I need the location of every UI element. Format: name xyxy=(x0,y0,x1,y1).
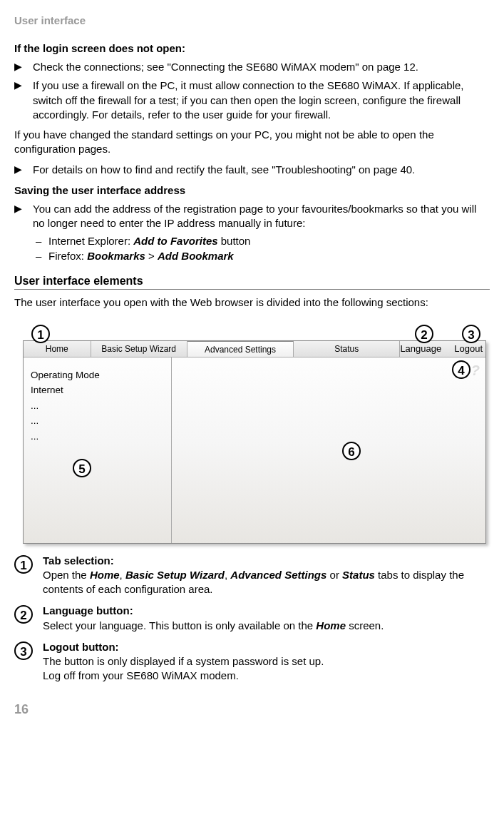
side-item[interactable]: ... xyxy=(31,429,164,445)
side-pane: Operating Mode Internet ... ... ... xyxy=(24,357,172,543)
legend-marker-2: 2 xyxy=(14,605,33,624)
text-span: The button is only displayed if a system… xyxy=(43,655,324,667)
bullet-marker-icon: ▶ xyxy=(14,78,33,122)
dash-marker: – xyxy=(36,250,48,262)
legend-text-2: Language button: Select your language. T… xyxy=(43,604,490,633)
paragraph: The user interface you open with the Web… xyxy=(14,295,490,310)
emphasis: Home xyxy=(90,569,120,581)
bullet-text: If you use a firewall on the PC, it must… xyxy=(33,78,490,122)
side-item-internet[interactable]: Internet xyxy=(31,382,164,398)
language-button[interactable]: Language xyxy=(400,343,441,354)
paragraph: If you have changed the standard setting… xyxy=(14,128,490,157)
callout-5: 5 xyxy=(73,459,91,477)
legend-title: Language button: xyxy=(43,604,133,617)
emphasis: Bookmarks xyxy=(87,250,145,262)
callout-2: 2 xyxy=(415,325,433,343)
legend-title: Tab selection: xyxy=(43,554,114,567)
legend-text-3: Logout button: The button is only displa… xyxy=(43,640,490,684)
ui-diagram: Home Basic Setup Wizard Advanced Setting… xyxy=(16,320,488,545)
text-span: screen. xyxy=(346,619,384,631)
text-span: Open the xyxy=(43,569,90,581)
emphasis: Advanced Settings xyxy=(230,569,326,581)
text-span: button xyxy=(218,235,251,247)
dash-text: Internet Explorer: Add to Favorites butt… xyxy=(48,235,250,247)
page-header: User interface xyxy=(14,14,490,26)
tab-row: Home Basic Setup Wizard Advanced Setting… xyxy=(24,341,485,357)
legend-title: Logout button: xyxy=(43,641,119,653)
legend-marker-3: 3 xyxy=(14,641,33,660)
tab-basic-setup-wizard[interactable]: Basic Setup Wizard xyxy=(91,341,187,357)
dash-marker: – xyxy=(36,235,48,247)
section-ui-elements-title: User interface elements xyxy=(14,275,490,290)
legend-text-1: Tab selection: Open the Home, Basic Setu… xyxy=(43,554,490,597)
callout-1: 1 xyxy=(31,325,50,343)
bullet-marker-icon: ▶ xyxy=(14,202,33,231)
callout-6: 6 xyxy=(342,442,361,460)
help-icon[interactable]: ? xyxy=(471,362,480,379)
emphasis: Add Bookmark xyxy=(158,250,234,262)
legend-marker-1: 1 xyxy=(14,555,33,574)
text-span: Log off from your SE680 WiMAX modem. xyxy=(43,669,239,681)
side-item[interactable]: ... xyxy=(31,413,164,429)
tab-advanced-settings[interactable]: Advanced Settings xyxy=(187,341,294,357)
emphasis: Add to Favorites xyxy=(133,235,217,247)
bullet-marker-icon: ▶ xyxy=(14,60,33,74)
page-number: 16 xyxy=(14,702,490,717)
tab-home[interactable]: Home xyxy=(24,341,91,357)
side-item-operating-mode[interactable]: Operating Mode xyxy=(31,367,164,383)
text-span: Internet Explorer: xyxy=(48,235,133,247)
emphasis: Basic Setup Wizard xyxy=(125,569,225,581)
text-span: or xyxy=(326,569,342,581)
section-login-title: If the login screen does not open: xyxy=(14,42,490,54)
emphasis: Status xyxy=(342,569,375,581)
callout-4: 4 xyxy=(452,360,470,379)
callout-3: 3 xyxy=(462,325,480,343)
text-span: Select your language. This button is onl… xyxy=(43,619,316,631)
bullet-marker-icon: ▶ xyxy=(14,163,33,177)
bullet-text: You can add the address of the registrat… xyxy=(33,202,490,231)
side-item[interactable]: ... xyxy=(31,398,164,414)
diagram-window: Home Basic Setup Wizard Advanced Setting… xyxy=(23,340,486,544)
text-span: > xyxy=(145,250,158,262)
logout-button[interactable]: Logout xyxy=(454,343,483,354)
tab-status[interactable]: Status xyxy=(294,341,400,357)
emphasis: Home xyxy=(316,619,346,631)
text-span: Firefox: xyxy=(48,250,87,262)
dash-text: Firefox: Bookmarks > Add Bookmark xyxy=(48,250,234,262)
bullet-text: Check the connections; see "Connecting t… xyxy=(33,60,490,74)
bullet-text: For details on how to find and rectify t… xyxy=(33,163,490,177)
text-span: , xyxy=(120,569,125,581)
section-saving-title: Saving the user interface address xyxy=(14,184,490,196)
